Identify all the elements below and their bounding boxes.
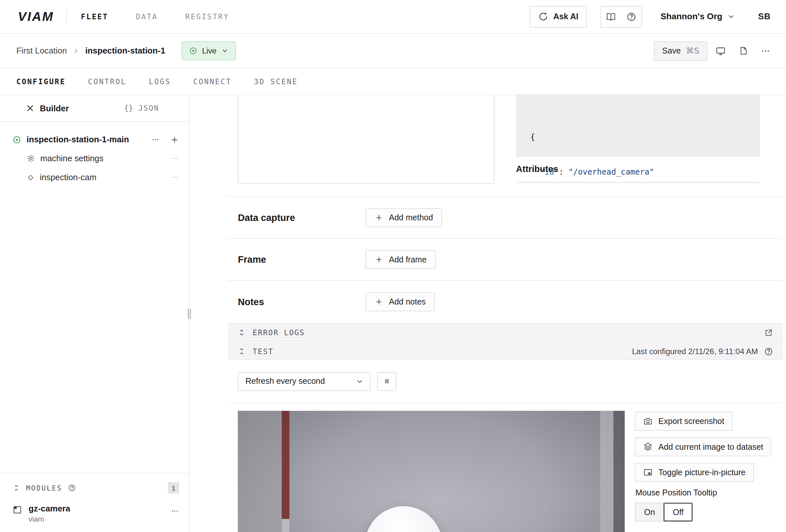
tab-logs[interactable]: LOGS	[149, 77, 171, 86]
ellipsis-icon	[761, 46, 771, 56]
tooltip-off-button[interactable]: Off	[664, 503, 693, 522]
refresh-rate-select[interactable]: Refresh every second	[238, 372, 371, 391]
add-image-to-dataset-button[interactable]: Add current image to dataset	[635, 437, 771, 456]
tree-item-inspection-cam[interactable]: inspection-cam	[0, 168, 189, 187]
add-method-button[interactable]: Add method	[366, 208, 442, 227]
help-icon	[626, 11, 637, 22]
document-button[interactable]	[734, 42, 752, 60]
file-icon	[738, 46, 748, 56]
test-content: Export screenshot Add current image to d…	[228, 403, 783, 532]
org-switcher[interactable]: Shannon's Org	[661, 11, 736, 22]
json-label: JSON	[138, 104, 159, 112]
open-logs-external-button[interactable]	[764, 328, 773, 337]
help-icon[interactable]	[68, 484, 76, 492]
test-help-button[interactable]	[764, 347, 773, 356]
nav-item-fleet[interactable]: FLEET	[81, 13, 108, 21]
tab-control[interactable]: CONTROL	[88, 77, 126, 86]
expand-vertical-icon[interactable]	[237, 328, 246, 337]
viam-logo[interactable]: VIAM	[18, 9, 54, 24]
modules-count-badge: 1	[168, 482, 179, 493]
json-mode-toggle[interactable]: {} JSON	[94, 103, 189, 113]
add-component-button[interactable]	[170, 135, 179, 144]
machine-more-options-button[interactable]	[151, 135, 160, 144]
save-button[interactable]: Save ⌘S	[654, 41, 708, 61]
add-frame-button[interactable]: Add frame	[366, 250, 436, 269]
section-data-capture: Data capture Add method	[228, 197, 783, 239]
section-label: Notes	[238, 296, 366, 307]
tooltip-on-button[interactable]: On	[635, 503, 664, 522]
topnav-right-cluster: Ask AI Shannon's Org SB	[530, 6, 771, 27]
config-sections: Data capture Add method Frame Add frame	[228, 196, 783, 323]
toggle-pip-button[interactable]: Toggle picture-in-picture	[635, 463, 754, 482]
component-tree: inspection-station-1-main machine settin…	[0, 122, 189, 473]
config-empty-panel[interactable]	[238, 95, 494, 184]
gear-icon	[26, 154, 35, 163]
tree-item-label: inspection-cam	[40, 172, 97, 182]
tab-connect[interactable]: CONNECT	[193, 77, 231, 86]
section-frame: Frame Add frame	[228, 239, 783, 281]
section-label: Data capture	[238, 212, 366, 223]
machine-status-badge[interactable]: Live	[182, 42, 236, 61]
builder-tools-icon	[25, 103, 34, 113]
collapse-vertical-icon[interactable]	[13, 484, 21, 492]
ask-ai-button[interactable]: Ask AI	[530, 6, 587, 27]
tree-item-label: inspection-station-1-main	[26, 135, 129, 145]
module-more-options-button[interactable]	[170, 507, 179, 516]
component-more-options-button[interactable]	[170, 173, 179, 182]
export-screenshot-button[interactable]: Export screenshot	[635, 412, 733, 431]
error-logs-title: ERROR LOGS	[253, 328, 305, 337]
breadcrumb-location[interactable]: First Location	[16, 46, 67, 56]
org-name: Shannon's Org	[661, 11, 722, 22]
config-main-panel: { "id": "/overhead_camera" } Attributes	[189, 95, 786, 532]
more-options-button[interactable]	[756, 42, 775, 60]
pause-refresh-button[interactable]	[377, 372, 396, 391]
module-icon	[13, 505, 23, 515]
section-label: Frame	[238, 254, 366, 265]
module-item-gz-camera[interactable]: gz-camera viam	[13, 504, 179, 523]
builder-mode-toggle[interactable]: Builder	[0, 103, 94, 113]
builder-label: Builder	[40, 103, 69, 113]
ellipsis-icon	[170, 154, 179, 163]
attributes-table[interactable]	[516, 182, 760, 184]
help-icon	[764, 347, 773, 356]
nav-item-registry[interactable]: REGISTRY	[185, 13, 229, 21]
external-link-icon	[764, 328, 773, 337]
config-sidebar: Builder {} JSON inspection-station-1-mai…	[0, 95, 189, 532]
camera-feed[interactable]	[238, 411, 625, 532]
machine-header: First Location inspection-station-1 Live…	[0, 33, 786, 68]
plus-icon	[375, 213, 384, 222]
section-notes: Notes Add notes	[228, 281, 783, 323]
config-code-column: { "id": "/overhead_camera" } Attributes	[516, 95, 760, 184]
nav-divider	[66, 9, 67, 24]
test-bar[interactable]: TEST Last configured 2/11/26, 9:11:04 AM	[228, 343, 783, 360]
refresh-controls-row: Refresh every second	[228, 360, 783, 403]
tree-item-machine-settings[interactable]: machine settings	[0, 149, 189, 168]
help-button[interactable]	[621, 6, 642, 27]
tab-3d-scene[interactable]: 3D SCENE	[254, 77, 298, 86]
json-code-editor[interactable]: { "id": "/overhead_camera" }	[516, 95, 760, 157]
sidebar-resize-handle[interactable]	[188, 308, 191, 319]
user-avatar[interactable]: SB	[758, 11, 771, 22]
ellipsis-icon	[170, 173, 179, 182]
add-notes-button[interactable]: Add notes	[366, 293, 435, 311]
book-icon	[606, 11, 616, 22]
modules-section: MODULES 1 gz-camera viam	[0, 473, 189, 532]
plus-icon	[375, 255, 384, 264]
settings-more-options-button[interactable]	[170, 154, 179, 163]
app-window: VIAM FLEET DATA REGISTRY Ask AI Shannon'…	[0, 0, 786, 532]
tab-configure[interactable]: CONFIGURE	[16, 77, 66, 86]
documentation-button[interactable]	[601, 6, 622, 27]
save-label: Save	[662, 46, 681, 55]
module-name: gz-camera	[29, 504, 70, 513]
layers-icon	[643, 442, 653, 452]
screen-monitor-button[interactable]	[712, 42, 730, 60]
collapse-vertical-icon[interactable]	[237, 347, 246, 356]
chevron-down-icon	[221, 47, 229, 54]
tree-item-machine-main[interactable]: inspection-station-1-main	[0, 130, 189, 149]
error-logs-bar[interactable]: ERROR LOGS	[228, 323, 783, 342]
camera-vignette	[238, 411, 625, 532]
pause-icon	[382, 377, 391, 386]
nav-item-data[interactable]: DATA	[136, 13, 158, 21]
breadcrumb-machine-name: inspection-station-1	[85, 46, 165, 56]
camera-icon	[643, 416, 653, 426]
